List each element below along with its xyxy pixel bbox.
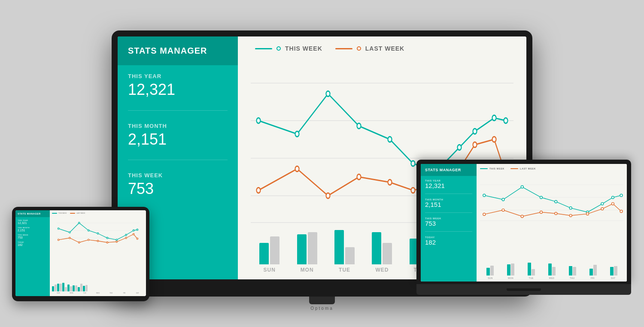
laptop-this-month-value: 2,151 [425, 201, 472, 208]
bar-mon-gray [308, 232, 317, 264]
laptop-this-week-value: 753 [425, 220, 472, 227]
laptop-bar-tue-gray [532, 269, 535, 276]
laptop-sidebar-title: STATS MANAGER [421, 164, 477, 176]
this-month-block: THIS MONTH 2,151 [128, 123, 228, 148]
laptop-chart-area: THIS WEEK LAST WEEK [477, 164, 627, 282]
laptop-bar-wed-teal [548, 263, 552, 276]
this-month-value: 2,151 [128, 131, 228, 148]
laptop-bar-fri [583, 265, 603, 276]
this-month-label: THIS MONTH [128, 123, 228, 129]
legend-this-week: THIS WEEK [255, 45, 322, 52]
tablet-this-week-line [52, 213, 57, 214]
svg-point-35 [106, 237, 108, 239]
tablet-bar-sun-gray [55, 285, 57, 291]
laptop-today-value: 182 [425, 239, 472, 246]
tablet-day-sat: SAT [131, 292, 144, 294]
svg-point-40 [58, 239, 59, 241]
day-label-sun: SUN [264, 267, 276, 273]
bar-pair-sun [251, 236, 288, 264]
laptop-bar-sun-teal [486, 268, 490, 276]
svg-point-21 [411, 188, 415, 193]
svg-point-13 [473, 129, 477, 134]
bar-wed-gray [383, 243, 392, 264]
bar-tue-gray [345, 247, 355, 264]
tablet-bar-wed [67, 285, 72, 291]
tablet-day-mon: MON [65, 292, 78, 294]
svg-point-67 [540, 211, 542, 214]
laptop-base [416, 284, 631, 295]
last-week-line-legend [335, 48, 352, 49]
svg-point-14 [492, 115, 496, 121]
svg-point-43 [88, 239, 89, 241]
tablet-bar-thu-gray [75, 285, 77, 291]
tablet-this-month-value: 2,151 [18, 229, 48, 232]
svg-point-54 [483, 194, 486, 197]
svg-point-25 [492, 137, 496, 142]
this-week-dot-legend [276, 46, 281, 51]
svg-point-66 [521, 215, 523, 218]
laptop-bar-thu-teal [569, 266, 572, 276]
tablet-this-week-label: THIS WEEK [58, 212, 67, 214]
tablet-bar-tue-teal [62, 283, 64, 291]
tablet-bar-fri-teal [78, 287, 80, 291]
svg-point-16 [257, 188, 261, 193]
laptop-day-wed: WED [541, 277, 562, 279]
day-col-sun: SUN [251, 236, 288, 273]
laptop-line-chart [480, 172, 623, 227]
svg-point-34 [97, 233, 99, 234]
svg-point-72 [611, 203, 614, 205]
bar-pair-tue [326, 230, 363, 264]
bar-mon-teal [297, 234, 307, 264]
tablet-sidebar: STATS MANAGER THIS YEAR 12,321 THIS MONT… [15, 210, 50, 296]
bar-sun-gray [270, 236, 279, 264]
svg-point-20 [388, 180, 392, 185]
tablet-chart-area: THIS WEEK LAST WEEK [50, 210, 146, 296]
svg-point-12 [458, 145, 462, 150]
last-week-dot-legend [357, 46, 361, 51]
svg-point-49 [137, 238, 138, 240]
svg-point-9 [388, 137, 392, 142]
tablet-bar-sat [83, 285, 88, 291]
day-label-wed: WED [375, 267, 389, 273]
tablet-day-labels-row: SUN MON TUE WED THU FRI SAT [52, 292, 144, 294]
main-sidebar-title: STATS MANAGER [118, 36, 238, 65]
laptop-day-sun: SUN [480, 277, 501, 279]
laptop-bar-tue-teal [528, 263, 531, 276]
svg-point-48 [133, 233, 134, 235]
laptop-bar-thu-gray [573, 267, 576, 276]
tablet-bar-fri [78, 284, 82, 291]
svg-point-7 [326, 91, 330, 97]
this-year-block: THIS YEAR 12,321 [128, 73, 228, 98]
tablet-bar-mon-gray [60, 284, 62, 291]
laptop-last-week-line [510, 168, 518, 169]
laptop-bar-sat-teal [610, 267, 614, 276]
laptop-bar-wed [542, 263, 562, 276]
svg-point-70 [586, 212, 589, 215]
day-col-mon: MON [288, 232, 325, 273]
laptop-bar-chart [480, 260, 623, 276]
this-year-label: THIS YEAR [128, 73, 228, 79]
laptop-bar-sat-gray [614, 266, 617, 276]
day-label-mon: MON [301, 267, 314, 273]
laptop-divider-1 [425, 194, 472, 194]
laptop-device: STATS MANAGER THIS YEAR 12,321 THIS MONT… [416, 160, 631, 306]
svg-point-57 [540, 196, 542, 199]
tablet-bar-tue-gray [65, 287, 67, 291]
laptop-screen: STATS MANAGER THIS YEAR 12,321 THIS MONT… [421, 164, 627, 282]
laptop-bar-sat [604, 266, 623, 276]
svg-point-65 [502, 209, 504, 212]
tablet-bezel: STATS MANAGER THIS YEAR 12,321 THIS MONT… [12, 207, 149, 301]
tablet-day-tue: TUE [78, 292, 91, 294]
this-week-label: THIS WEEK [128, 172, 228, 179]
tablet-day-sun: SUN [52, 292, 65, 294]
laptop-this-week-label: THIS WEEK [489, 167, 504, 170]
last-week-legend-label: LAST WEEK [365, 45, 404, 52]
svg-point-59 [569, 207, 572, 209]
svg-point-64 [483, 213, 486, 215]
day-col-tue: TUE [326, 230, 363, 273]
laptop-this-week-line [480, 168, 488, 169]
tablet-bar-section: SUN MON TUE WED THU FRI SAT [52, 279, 144, 294]
tablet-bar-wed-gray [70, 286, 72, 291]
svg-point-36 [116, 239, 118, 241]
tablet-last-week-line [70, 213, 75, 214]
